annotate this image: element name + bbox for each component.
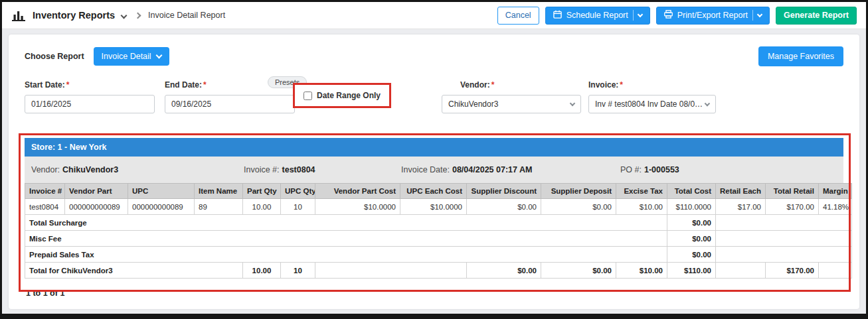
summary-row: Prepaid Sales Tax$0.00	[25, 247, 852, 263]
chevron-down-icon[interactable]	[638, 12, 643, 17]
invoice-select-value: Inv # test0804 Inv Date 08/04/2025	[595, 99, 705, 109]
column-header: UPC	[128, 184, 195, 199]
table-cell: test0804	[25, 199, 65, 215]
info-invoice-date: Invoice Date:08/04/2025 07:17 AM	[401, 165, 620, 174]
end-date-label: End Date:*	[165, 80, 207, 90]
vendor-field: Vendor:* ChikuVendor3	[442, 78, 581, 113]
table-cell: $10.0000	[315, 199, 400, 215]
start-date-label: Start Date:*	[25, 80, 69, 90]
invoice-label: Invoice:*	[588, 80, 623, 90]
column-header: Excise Tax	[616, 184, 667, 199]
chevron-down-icon	[705, 100, 710, 105]
breadcrumb: Invoice Detail Report	[148, 11, 225, 20]
table-cell: 41.18%	[819, 199, 852, 215]
info-invoice-number: Invoice #:test0804	[244, 165, 401, 174]
invoice-field: Invoice:* Inv # test0804 Inv Date 08/04/…	[588, 78, 716, 113]
summary-cell	[819, 263, 852, 279]
store-header: Store: 1 - New York	[25, 138, 843, 157]
button-divider	[752, 10, 753, 21]
cancel-button[interactable]: Cancel	[497, 7, 539, 25]
table-cell: $10.0000	[400, 199, 467, 215]
table-cell: $110.0000	[667, 199, 716, 215]
table-cell: 89	[195, 199, 243, 215]
column-header: UPC Each Cost	[400, 184, 467, 199]
reports-chart-icon	[11, 10, 26, 21]
generate-report-button[interactable]: Generate Report	[776, 7, 857, 25]
schedule-report-label: Schedule Report	[566, 11, 628, 20]
summary-row: Total for ChikuVendor310.0010$0.00$0.00$…	[25, 263, 852, 279]
report-table: Invoice #Vendor PartUPCItem NamePart Qty…	[25, 183, 852, 279]
page-title: Inventory Reports	[33, 10, 115, 21]
chevron-down-icon	[155, 52, 162, 59]
summary-cell: $170.00	[766, 263, 819, 279]
column-header: Invoice #	[25, 184, 65, 199]
summary-cell	[716, 247, 852, 263]
table-cell: $17.00	[716, 199, 766, 215]
end-date-input[interactable]	[165, 95, 295, 113]
summary-cell: $0.00	[667, 247, 716, 263]
table-cell: 000000000089	[65, 199, 128, 215]
column-header: Total Retail	[766, 184, 819, 199]
required-marker: *	[66, 80, 70, 90]
summary-cell: $110.00	[667, 263, 716, 279]
button-divider	[633, 10, 634, 21]
summary-cell	[716, 215, 852, 231]
calendar-icon	[553, 10, 562, 21]
print-export-label: Print/Export Report	[677, 11, 748, 20]
manage-favorites-button[interactable]: Manage Favorites	[758, 46, 843, 66]
invoice-select[interactable]: Inv # test0804 Inv Date 08/04/2025	[588, 95, 716, 113]
printer-icon	[664, 10, 673, 21]
summary-cell: Prepaid Sales Tax	[25, 247, 667, 263]
choose-report-label: Choose Report	[25, 52, 84, 61]
table-cell: 10.00	[243, 199, 281, 215]
print-export-button[interactable]: Print/Export Report	[656, 7, 770, 25]
breadcrumb-separator-icon	[135, 12, 141, 19]
chevron-down-icon	[570, 100, 575, 105]
summary-cell: 10.00	[243, 263, 281, 279]
top-bar: Inventory Reports Invoice Detail Report …	[2, 2, 866, 29]
summary-row: Total Surcharge$0.00	[25, 215, 852, 231]
table-row: test08040000000000890000000000898910.001…	[25, 199, 852, 215]
table-cell: 000000000089	[128, 199, 195, 215]
column-header: Item Name	[195, 184, 243, 199]
summary-cell: $0.00	[541, 263, 616, 279]
summary-cell: Total Surcharge	[25, 215, 667, 231]
start-date-input[interactable]	[25, 95, 155, 113]
vendor-select[interactable]: ChikuVendor3	[442, 95, 581, 113]
column-header: Supplier Deposit	[541, 184, 616, 199]
column-header: Vendor Part	[65, 184, 128, 199]
summary-cell: $0.00	[667, 215, 716, 231]
table-cell: $0.00	[467, 199, 541, 215]
summary-cell	[315, 263, 467, 279]
required-marker: *	[203, 80, 207, 90]
column-header: Part Qty	[243, 184, 281, 199]
topbar-actions: Cancel Schedule Report Prin	[497, 7, 857, 25]
vendor-label: Vendor:*	[460, 80, 494, 90]
date-range-only-label[interactable]: Date Range Only	[317, 91, 381, 100]
vendor-select-value: ChikuVendor3	[448, 99, 498, 109]
pagination-status: 1 to 1 of 1	[25, 288, 843, 298]
filters-row: Start Date:* End Date:* Presets Date Ran…	[25, 78, 843, 122]
chevron-down-icon[interactable]	[757, 12, 762, 17]
date-range-only-highlight: Date Range Only	[293, 83, 391, 108]
date-range-only-checkbox[interactable]	[304, 92, 312, 100]
report-info-row: Vendor:ChikuVendor3 Invoice #:test0804 I…	[25, 157, 843, 183]
report-card: Choose Report Invoice Detail Manage Favo…	[9, 34, 859, 309]
table-cell: $170.00	[766, 199, 819, 215]
app-window: { "topbar": { "title": "Inventory Report…	[0, 0, 868, 319]
summary-cell	[716, 263, 766, 279]
report-chooser-row: Choose Report Invoice Detail Manage Favo…	[25, 46, 843, 66]
column-header: Margin	[819, 184, 852, 199]
summary-cell: 10	[281, 263, 315, 279]
table-cell: $0.00	[541, 199, 616, 215]
required-marker: *	[491, 80, 495, 90]
summary-cell: Misc Fee	[25, 231, 667, 247]
schedule-report-button[interactable]: Schedule Report	[545, 7, 650, 25]
summary-row: Misc Fee$0.00	[25, 231, 852, 247]
column-header: Retail Each	[716, 184, 766, 199]
chevron-down-icon[interactable]	[121, 12, 128, 19]
column-header: UPC Qty	[281, 184, 315, 199]
column-header: Vendor Part Cost	[315, 184, 400, 199]
report-type-select[interactable]: Invoice Detail	[94, 47, 169, 66]
start-date-field: Start Date:*	[25, 78, 155, 113]
